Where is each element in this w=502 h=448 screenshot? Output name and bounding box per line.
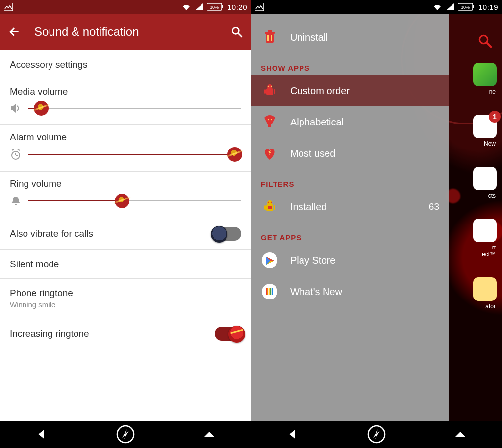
speaker-icon: [10, 103, 22, 114]
phone-right: 30% 10:19 ne New cts rt ect™ ator Uninst…: [251, 0, 502, 448]
app-shortcut[interactable]: New: [473, 115, 497, 147]
svg-rect-0: [4, 3, 13, 11]
label: Play Store: [290, 255, 335, 266]
svg-rect-20: [265, 32, 275, 34]
svg-rect-11: [15, 204, 17, 205]
alarm-clock-icon: [10, 149, 22, 160]
label: Alphabetical: [290, 117, 344, 128]
svg-line-18: [487, 43, 491, 47]
status-bar: 30% 10:19: [251, 0, 502, 14]
app-shortcut[interactable]: ator: [473, 277, 497, 310]
cell-signal-icon: [195, 3, 203, 10]
nav-recent-button[interactable]: [446, 424, 475, 444]
phone-left: 30% 10:20 Sound & notification Accessory…: [0, 0, 251, 448]
vibrate-toggle[interactable]: [215, 227, 241, 241]
app-shortcut[interactable]: rt ect™: [473, 219, 497, 258]
alarm-volume-slider[interactable]: [28, 154, 241, 155]
status-bar: 30% 10:20: [0, 0, 251, 14]
picture-icon: [255, 3, 264, 11]
svg-line-10: [18, 149, 20, 150]
slider-thumb[interactable]: [115, 194, 129, 208]
increasing-toggle[interactable]: [215, 327, 241, 341]
drawer-play-store[interactable]: Play Store: [251, 245, 449, 276]
app-shortcut[interactable]: cts: [473, 167, 497, 199]
svg-point-26: [268, 86, 269, 87]
drawer-custom-order[interactable]: Custom order: [251, 75, 449, 106]
heart-icon: [261, 145, 278, 162]
sub-label: Winning smile: [10, 300, 241, 309]
picture-icon: [4, 3, 13, 11]
drawer-uninstall[interactable]: Uninstall: [251, 22, 449, 53]
nav-back-button[interactable]: [27, 424, 56, 444]
nav-bar: [251, 421, 502, 448]
svg-rect-39: [268, 206, 272, 209]
installed-count: 63: [429, 201, 439, 212]
svg-rect-15: [473, 5, 474, 8]
back-icon[interactable]: [8, 25, 21, 38]
nav-back-button[interactable]: [278, 424, 307, 444]
svg-text:30%: 30%: [210, 5, 219, 10]
nav-home-button[interactable]: [111, 424, 140, 444]
nav-recent-button[interactable]: [195, 424, 224, 444]
svg-rect-37: [264, 205, 266, 210]
settings-list: Accessory settings Media volume Alarm vo…: [0, 50, 251, 421]
svg-rect-45: [270, 288, 271, 295]
nav-home-button[interactable]: [362, 424, 391, 444]
label: Uninstall: [290, 32, 328, 43]
battery-icon: 30%: [207, 3, 224, 11]
drawer-installed[interactable]: Installed 63: [251, 191, 449, 223]
svg-line-9: [12, 149, 14, 150]
label: Most used: [290, 148, 335, 159]
media-volume-slider[interactable]: [28, 108, 241, 109]
svg-point-32: [271, 119, 272, 120]
section-show-apps: SHOW APPS: [251, 53, 449, 75]
whats-new-icon: [261, 283, 278, 300]
drawer-most-used[interactable]: Most used: [251, 138, 449, 169]
drawer-alphabetical[interactable]: Alphabetical: [251, 106, 449, 138]
svg-rect-44: [269, 288, 270, 295]
trash-icon: [261, 28, 278, 46]
ring-volume-slider[interactable]: [28, 200, 241, 201]
home-column-icons: ne New cts rt ect™ ator: [468, 63, 502, 310]
svg-rect-28: [264, 89, 266, 94]
slider-thumb[interactable]: [227, 147, 242, 162]
svg-rect-29: [274, 89, 275, 94]
home-screen: ne New cts rt ect™ ator Uninstall SHOW A…: [251, 14, 502, 421]
cell-signal-icon: [446, 3, 454, 10]
nav-bar: [0, 421, 251, 448]
wifi-icon: [181, 3, 191, 11]
item-accessory-settings[interactable]: Accessory settings: [0, 50, 251, 79]
svg-point-36: [271, 202, 272, 203]
android-icon: [261, 82, 278, 100]
svg-rect-42: [266, 288, 267, 295]
label: Media volume: [10, 86, 241, 97]
label: Silent mode: [10, 259, 241, 270]
drawer-whats-new[interactable]: What's New: [251, 276, 449, 307]
label: Increasing ringtone: [10, 328, 89, 339]
app-header: Sound & notification: [0, 14, 251, 50]
label: Phone ringtone: [10, 288, 241, 299]
svg-rect-2: [222, 5, 223, 8]
svg-rect-13: [255, 3, 264, 11]
svg-point-35: [268, 202, 269, 203]
label: Ring volume: [10, 178, 241, 189]
wifi-icon: [432, 3, 442, 11]
search-icon[interactable]: [230, 25, 243, 38]
item-phone-ringtone[interactable]: Phone ringtone Winning smile: [0, 279, 251, 318]
svg-rect-46: [272, 288, 273, 295]
label: Installed: [290, 201, 327, 213]
slider-thumb[interactable]: [34, 101, 49, 116]
svg-rect-23: [271, 35, 272, 41]
item-vibrate-for-calls[interactable]: Also vibrate for calls: [0, 218, 251, 250]
item-increasing-ringtone[interactable]: Increasing ringtone: [0, 318, 251, 349]
clock-text: 10:20: [227, 3, 247, 11]
svg-rect-43: [267, 288, 268, 295]
label: Accessory settings: [10, 59, 241, 70]
item-ring-volume: Ring volume: [0, 172, 251, 218]
battery-icon: 30%: [458, 3, 475, 11]
search-icon[interactable]: [477, 33, 492, 48]
app-shortcut[interactable]: ne: [473, 63, 497, 95]
item-silent-mode[interactable]: Silent mode: [0, 250, 251, 279]
app-drawer-menu: Uninstall SHOW APPS Custom order Alphabe…: [251, 14, 449, 421]
svg-rect-19: [266, 34, 274, 43]
